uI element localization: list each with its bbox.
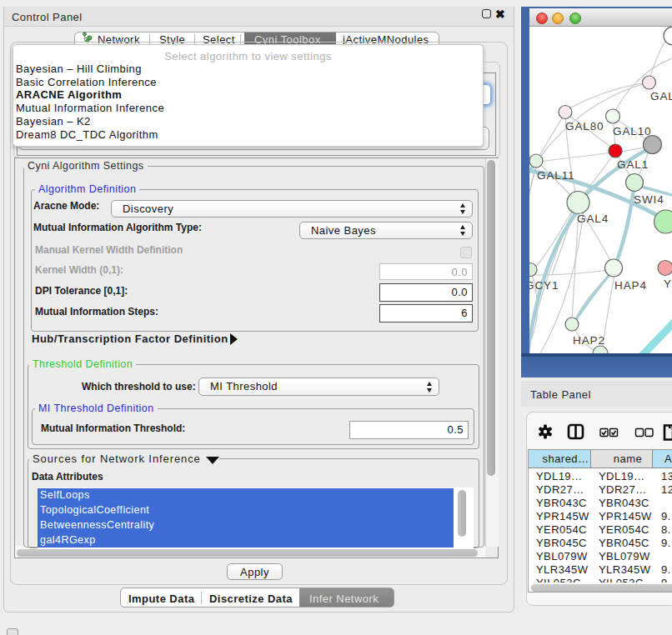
svg-text:HAP4: HAP4 [614, 279, 647, 292]
svg-text:GAL80: GAL80 [565, 120, 604, 132]
svg-text:GCY1: GCY1 [529, 279, 559, 292]
svg-text:SWI4: SWI4 [634, 193, 664, 206]
svg-text:HAP2: HAP2 [573, 334, 605, 347]
svg-text:GAL4: GAL4 [577, 212, 609, 225]
svg-text:GAL7: GAL7 [650, 90, 672, 102]
svg-text:GAL10: GAL10 [613, 125, 652, 138]
svg-text:Y: Y [664, 278, 672, 290]
svg-text:GAL11: GAL11 [537, 169, 575, 182]
svg-text:GAL1: GAL1 [617, 158, 649, 171]
